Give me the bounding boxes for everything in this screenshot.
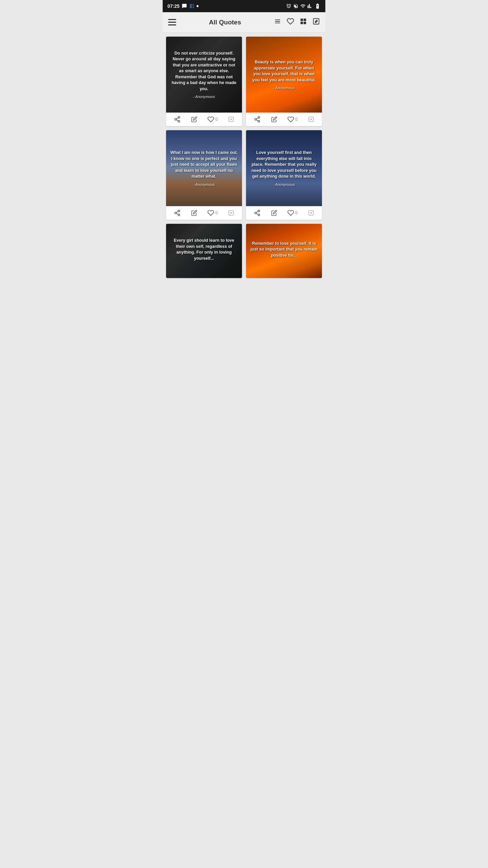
quote-body-1: Do not ever criticize yourself. Never go… — [170, 51, 238, 92]
quote-card-4: Love yourself first and then everything … — [246, 130, 322, 220]
card-actions-2: 0 — [246, 113, 322, 126]
heart-icon-1 — [207, 116, 214, 123]
status-time-area: 07:25 — [167, 3, 199, 9]
share-icon-3 — [174, 210, 181, 216]
share-button-2[interactable] — [254, 116, 261, 123]
svg-point-8 — [255, 119, 257, 120]
like-count-4: 0 — [295, 211, 298, 215]
quote-action-button-4[interactable] — [308, 210, 314, 216]
mute-icon — [293, 3, 299, 9]
like-count-3: 0 — [215, 211, 218, 215]
hamburger-menu-button[interactable] — [168, 19, 176, 25]
quote-overlay-2: Beauty is when you can truly appreciate … — [246, 37, 322, 113]
share-icon-4 — [254, 210, 261, 216]
svg-point-21 — [258, 214, 260, 216]
quote-author-4: - Anonymous — [273, 182, 295, 186]
svg-line-11 — [256, 118, 258, 119]
quote-image-4: Love yourself first and then everything … — [246, 130, 322, 206]
share-icon-2 — [254, 116, 261, 123]
nav-bar: All Quotes — [163, 12, 325, 33]
quote-overlay-1: Do not ever criticize yourself. Never go… — [166, 37, 242, 113]
heart-icon-4 — [287, 210, 294, 216]
heart-icon-3 — [207, 210, 214, 216]
svg-point-9 — [258, 120, 260, 122]
edit-button-4[interactable] — [271, 210, 277, 216]
quote-image-2: Beauty is when you can truly appreciate … — [246, 37, 322, 113]
svg-point-2 — [175, 119, 177, 120]
svg-point-19 — [258, 210, 260, 212]
like-button-4[interactable]: 0 — [287, 210, 298, 216]
share-button-1[interactable] — [174, 116, 181, 123]
status-bar: 07:25 — [163, 0, 325, 12]
quote-image-5: Every girl should learn to love their ow… — [166, 224, 242, 278]
quote-image-1: Do not ever criticize yourself. Never go… — [166, 37, 242, 113]
alarm-icon — [286, 3, 291, 9]
quote-card-3: What I am now is how I came out. I know … — [166, 130, 242, 220]
quote-body-4: Love yourself first and then everything … — [250, 150, 318, 180]
svg-point-14 — [175, 212, 177, 214]
svg-line-23 — [256, 211, 258, 212]
like-button-3[interactable]: 0 — [207, 210, 218, 216]
card-actions-3: 0 — [166, 206, 242, 220]
status-icons — [286, 3, 321, 9]
quote-body-2: Beauty is when you can truly appreciate … — [250, 59, 318, 83]
share-button-4[interactable] — [254, 210, 261, 216]
edit-icon-1 — [191, 116, 197, 122]
quote-icon-3 — [228, 210, 234, 216]
quote-action-button-3[interactable] — [228, 210, 234, 216]
message-icon — [182, 3, 187, 9]
facebook-icon — [189, 3, 195, 9]
quote-body-5: Every girl should learn to love their ow… — [170, 238, 238, 261]
quote-action-button-1[interactable] — [228, 116, 234, 122]
heart-icon-2 — [287, 116, 294, 123]
svg-point-20 — [255, 212, 257, 214]
wifi-icon — [300, 3, 306, 9]
quote-action-button-2[interactable] — [308, 116, 314, 122]
svg-line-22 — [256, 213, 258, 214]
svg-point-15 — [178, 214, 180, 216]
edit-button-2[interactable] — [271, 116, 277, 122]
quote-icon-2 — [308, 116, 314, 122]
quote-author-1: - Anonymous — [193, 95, 215, 99]
quote-overlay-5: Every girl should learn to love their ow… — [166, 224, 242, 278]
quote-overlay-3: What I am now is how I came out. I know … — [166, 130, 242, 206]
status-time: 07:25 — [167, 3, 180, 9]
svg-point-1 — [178, 117, 180, 118]
like-button-1[interactable]: 0 — [207, 116, 218, 123]
like-button-2[interactable]: 0 — [287, 116, 298, 123]
list-view-icon[interactable] — [274, 18, 281, 27]
quote-card-1: Do not ever criticize yourself. Never go… — [166, 37, 242, 126]
favorites-icon[interactable] — [287, 18, 294, 27]
quote-author-3: - Anonymous — [193, 182, 215, 186]
quote-overlay-4: Love yourself first and then everything … — [246, 130, 322, 206]
share-button-3[interactable] — [174, 210, 181, 216]
svg-line-4 — [176, 120, 178, 121]
quotes-grid: Do not ever criticize yourself. Never go… — [163, 33, 325, 282]
quote-card-6: Remember to love yourself. It is just so… — [246, 224, 322, 278]
svg-point-7 — [258, 117, 260, 118]
edit-icon-4 — [271, 210, 277, 216]
card-actions-4: 0 — [246, 206, 322, 220]
svg-line-5 — [176, 118, 178, 119]
quote-card-2: Beauty is when you can truly appreciate … — [246, 37, 322, 126]
quote-card-5: Every girl should learn to love their ow… — [166, 224, 242, 278]
edit-button-1[interactable] — [191, 116, 197, 122]
svg-line-17 — [176, 211, 178, 212]
nav-left — [168, 19, 176, 25]
svg-line-16 — [176, 213, 178, 214]
grid-view-icon[interactable] — [300, 18, 307, 27]
card-actions-1: 0 — [166, 113, 242, 126]
signal-icon — [307, 3, 313, 9]
quote-body-6: Remember to love yourself. It is just so… — [250, 241, 318, 259]
quote-image-6: Remember to love yourself. It is just so… — [246, 224, 322, 278]
edit-note-icon[interactable] — [312, 18, 320, 27]
edit-button-3[interactable] — [191, 210, 197, 216]
notification-dot — [197, 5, 199, 7]
quote-author-2: - Anonymous — [273, 86, 295, 90]
edit-icon-3 — [191, 210, 197, 216]
nav-right-icons — [274, 18, 320, 27]
quote-overlay-6: Remember to love yourself. It is just so… — [246, 224, 322, 278]
quote-image-3: What I am now is how I came out. I know … — [166, 130, 242, 206]
share-icon-1 — [174, 116, 181, 123]
battery-icon — [314, 3, 321, 9]
